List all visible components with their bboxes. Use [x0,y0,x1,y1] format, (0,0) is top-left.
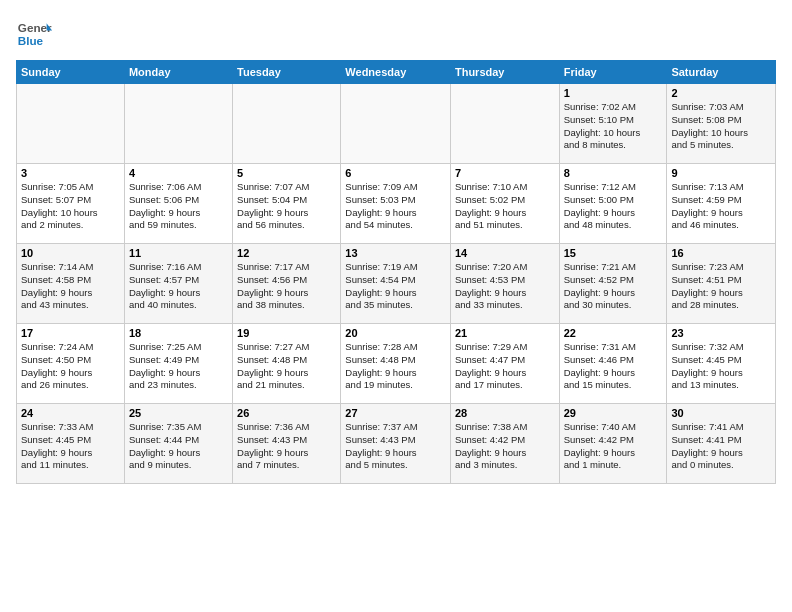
calendar-cell: 11Sunrise: 7:16 AM Sunset: 4:57 PM Dayli… [124,244,232,324]
calendar-cell: 9Sunrise: 7:13 AM Sunset: 4:59 PM Daylig… [667,164,776,244]
day-number: 22 [564,327,663,339]
calendar-week-5: 24Sunrise: 7:33 AM Sunset: 4:45 PM Dayli… [17,404,776,484]
calendar-cell [124,84,232,164]
day-number: 11 [129,247,228,259]
weekday-header-sunday: Sunday [17,61,125,84]
weekday-header-friday: Friday [559,61,667,84]
day-info: Sunrise: 7:21 AM Sunset: 4:52 PM Dayligh… [564,261,663,312]
calendar-week-3: 10Sunrise: 7:14 AM Sunset: 4:58 PM Dayli… [17,244,776,324]
day-info: Sunrise: 7:03 AM Sunset: 5:08 PM Dayligh… [671,101,771,152]
day-info: Sunrise: 7:19 AM Sunset: 4:54 PM Dayligh… [345,261,446,312]
calendar-cell: 7Sunrise: 7:10 AM Sunset: 5:02 PM Daylig… [450,164,559,244]
calendar-cell: 1Sunrise: 7:02 AM Sunset: 5:10 PM Daylig… [559,84,667,164]
day-info: Sunrise: 7:07 AM Sunset: 5:04 PM Dayligh… [237,181,336,232]
calendar-cell: 23Sunrise: 7:32 AM Sunset: 4:45 PM Dayli… [667,324,776,404]
day-info: Sunrise: 7:16 AM Sunset: 4:57 PM Dayligh… [129,261,228,312]
calendar-cell: 25Sunrise: 7:35 AM Sunset: 4:44 PM Dayli… [124,404,232,484]
day-number: 26 [237,407,336,419]
day-number: 3 [21,167,120,179]
day-number: 10 [21,247,120,259]
weekday-header-thursday: Thursday [450,61,559,84]
day-number: 30 [671,407,771,419]
day-info: Sunrise: 7:02 AM Sunset: 5:10 PM Dayligh… [564,101,663,152]
day-number: 13 [345,247,446,259]
day-info: Sunrise: 7:37 AM Sunset: 4:43 PM Dayligh… [345,421,446,472]
day-number: 23 [671,327,771,339]
calendar-cell [233,84,341,164]
calendar-cell: 18Sunrise: 7:25 AM Sunset: 4:49 PM Dayli… [124,324,232,404]
calendar-cell: 6Sunrise: 7:09 AM Sunset: 5:03 PM Daylig… [341,164,451,244]
day-info: Sunrise: 7:05 AM Sunset: 5:07 PM Dayligh… [21,181,120,232]
calendar-table: SundayMondayTuesdayWednesdayThursdayFrid… [16,60,776,484]
svg-text:Blue: Blue [18,34,44,47]
calendar-cell: 28Sunrise: 7:38 AM Sunset: 4:42 PM Dayli… [450,404,559,484]
calendar-cell [450,84,559,164]
day-number: 24 [21,407,120,419]
day-info: Sunrise: 7:35 AM Sunset: 4:44 PM Dayligh… [129,421,228,472]
calendar-cell: 10Sunrise: 7:14 AM Sunset: 4:58 PM Dayli… [17,244,125,324]
calendar-cell: 22Sunrise: 7:31 AM Sunset: 4:46 PM Dayli… [559,324,667,404]
day-info: Sunrise: 7:10 AM Sunset: 5:02 PM Dayligh… [455,181,555,232]
weekday-header-monday: Monday [124,61,232,84]
day-number: 5 [237,167,336,179]
day-number: 6 [345,167,446,179]
calendar-cell: 13Sunrise: 7:19 AM Sunset: 4:54 PM Dayli… [341,244,451,324]
day-info: Sunrise: 7:24 AM Sunset: 4:50 PM Dayligh… [21,341,120,392]
day-number: 2 [671,87,771,99]
calendar-cell: 4Sunrise: 7:06 AM Sunset: 5:06 PM Daylig… [124,164,232,244]
day-info: Sunrise: 7:14 AM Sunset: 4:58 PM Dayligh… [21,261,120,312]
calendar-week-2: 3Sunrise: 7:05 AM Sunset: 5:07 PM Daylig… [17,164,776,244]
calendar-cell [17,84,125,164]
calendar-cell: 3Sunrise: 7:05 AM Sunset: 5:07 PM Daylig… [17,164,125,244]
calendar-cell: 29Sunrise: 7:40 AM Sunset: 4:42 PM Dayli… [559,404,667,484]
day-number: 12 [237,247,336,259]
day-info: Sunrise: 7:25 AM Sunset: 4:49 PM Dayligh… [129,341,228,392]
page-header: General Blue [16,16,776,52]
day-info: Sunrise: 7:27 AM Sunset: 4:48 PM Dayligh… [237,341,336,392]
calendar-week-1: 1Sunrise: 7:02 AM Sunset: 5:10 PM Daylig… [17,84,776,164]
day-info: Sunrise: 7:38 AM Sunset: 4:42 PM Dayligh… [455,421,555,472]
day-info: Sunrise: 7:20 AM Sunset: 4:53 PM Dayligh… [455,261,555,312]
day-number: 7 [455,167,555,179]
day-info: Sunrise: 7:09 AM Sunset: 5:03 PM Dayligh… [345,181,446,232]
day-number: 9 [671,167,771,179]
calendar-cell: 20Sunrise: 7:28 AM Sunset: 4:48 PM Dayli… [341,324,451,404]
day-number: 28 [455,407,555,419]
calendar-cell: 21Sunrise: 7:29 AM Sunset: 4:47 PM Dayli… [450,324,559,404]
day-info: Sunrise: 7:32 AM Sunset: 4:45 PM Dayligh… [671,341,771,392]
logo: General Blue [16,16,56,52]
day-info: Sunrise: 7:12 AM Sunset: 5:00 PM Dayligh… [564,181,663,232]
day-info: Sunrise: 7:23 AM Sunset: 4:51 PM Dayligh… [671,261,771,312]
calendar-cell: 15Sunrise: 7:21 AM Sunset: 4:52 PM Dayli… [559,244,667,324]
day-number: 27 [345,407,446,419]
day-number: 16 [671,247,771,259]
day-info: Sunrise: 7:17 AM Sunset: 4:56 PM Dayligh… [237,261,336,312]
calendar-cell: 12Sunrise: 7:17 AM Sunset: 4:56 PM Dayli… [233,244,341,324]
weekday-header-saturday: Saturday [667,61,776,84]
weekday-header-wednesday: Wednesday [341,61,451,84]
day-info: Sunrise: 7:29 AM Sunset: 4:47 PM Dayligh… [455,341,555,392]
calendar-cell: 16Sunrise: 7:23 AM Sunset: 4:51 PM Dayli… [667,244,776,324]
calendar-cell: 26Sunrise: 7:36 AM Sunset: 4:43 PM Dayli… [233,404,341,484]
day-number: 20 [345,327,446,339]
calendar-cell: 30Sunrise: 7:41 AM Sunset: 4:41 PM Dayli… [667,404,776,484]
calendar-cell: 27Sunrise: 7:37 AM Sunset: 4:43 PM Dayli… [341,404,451,484]
day-number: 25 [129,407,228,419]
day-number: 18 [129,327,228,339]
day-number: 17 [21,327,120,339]
calendar-header-row: SundayMondayTuesdayWednesdayThursdayFrid… [17,61,776,84]
day-info: Sunrise: 7:36 AM Sunset: 4:43 PM Dayligh… [237,421,336,472]
day-info: Sunrise: 7:28 AM Sunset: 4:48 PM Dayligh… [345,341,446,392]
day-number: 4 [129,167,228,179]
calendar-cell: 5Sunrise: 7:07 AM Sunset: 5:04 PM Daylig… [233,164,341,244]
calendar-cell: 8Sunrise: 7:12 AM Sunset: 5:00 PM Daylig… [559,164,667,244]
day-info: Sunrise: 7:41 AM Sunset: 4:41 PM Dayligh… [671,421,771,472]
day-info: Sunrise: 7:31 AM Sunset: 4:46 PM Dayligh… [564,341,663,392]
day-number: 14 [455,247,555,259]
calendar-cell: 14Sunrise: 7:20 AM Sunset: 4:53 PM Dayli… [450,244,559,324]
day-info: Sunrise: 7:33 AM Sunset: 4:45 PM Dayligh… [21,421,120,472]
day-info: Sunrise: 7:40 AM Sunset: 4:42 PM Dayligh… [564,421,663,472]
day-number: 15 [564,247,663,259]
calendar-cell: 19Sunrise: 7:27 AM Sunset: 4:48 PM Dayli… [233,324,341,404]
day-info: Sunrise: 7:06 AM Sunset: 5:06 PM Dayligh… [129,181,228,232]
